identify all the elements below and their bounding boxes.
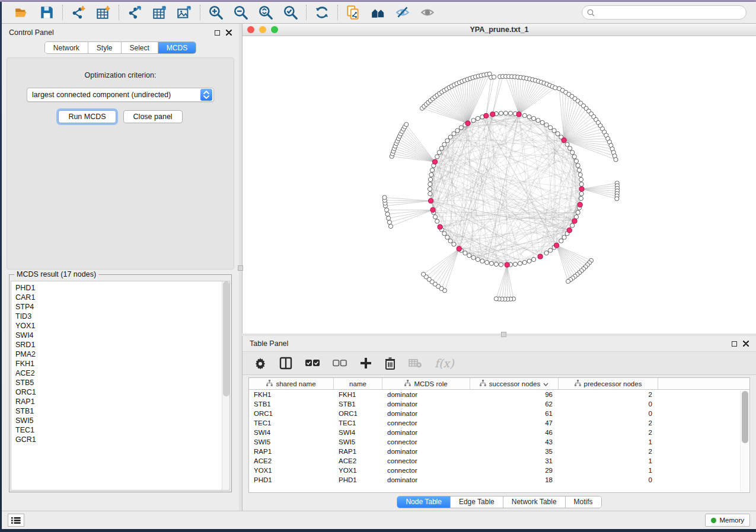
table-cell[interactable]: 29 bbox=[470, 466, 559, 475]
memory-button[interactable]: Memory bbox=[705, 514, 750, 527]
table-cell[interactable]: dominator bbox=[382, 399, 470, 409]
table-cell[interactable]: TEC1 bbox=[249, 418, 334, 428]
table-cell[interactable]: 2 bbox=[559, 447, 658, 456]
table-tab-network-table[interactable]: Network Table bbox=[503, 496, 566, 508]
new-network-from-selection-icon[interactable] bbox=[345, 4, 362, 21]
hide-selected-icon[interactable] bbox=[395, 4, 412, 21]
mcds-result-item[interactable]: TID3 bbox=[11, 312, 229, 321]
search-input[interactable] bbox=[598, 8, 741, 17]
table-settings-icon[interactable] bbox=[254, 355, 266, 371]
mcds-result-item[interactable]: RAP1 bbox=[11, 397, 229, 406]
table-cell[interactable]: FKH1 bbox=[334, 390, 382, 399]
table-cell[interactable]: dominator bbox=[382, 409, 470, 418]
select-all-icon[interactable] bbox=[305, 355, 320, 371]
float-table-panel-icon[interactable] bbox=[732, 341, 737, 347]
column-header-MCDS-role[interactable]: MCDS role bbox=[382, 378, 470, 389]
table-tab-node-table[interactable]: Node Table bbox=[397, 496, 451, 508]
table-cell[interactable]: 2 bbox=[559, 390, 658, 399]
mcds-result-item[interactable]: SWI5 bbox=[11, 416, 229, 425]
splitter-grip[interactable] bbox=[238, 265, 243, 271]
search-field[interactable] bbox=[582, 5, 747, 20]
table-cell[interactable]: 35 bbox=[470, 447, 559, 456]
table-cell[interactable]: RAP1 bbox=[334, 447, 382, 456]
tab-network[interactable]: Network bbox=[45, 42, 88, 53]
table-row[interactable]: ORC1ORC1dominator610 bbox=[249, 409, 749, 418]
apply-layout-icon[interactable] bbox=[314, 4, 330, 21]
table-cell[interactable]: PHD1 bbox=[249, 475, 334, 485]
table-cell[interactable]: 0 bbox=[559, 399, 658, 409]
zoom-selected-icon[interactable] bbox=[282, 4, 299, 21]
run-mcds-button[interactable]: Run MCDS bbox=[58, 110, 116, 123]
table-cell[interactable]: connector bbox=[382, 456, 470, 466]
table-cell[interactable]: SWI5 bbox=[249, 437, 334, 447]
column-header-successor-nodes[interactable]: successor nodes bbox=[470, 378, 559, 389]
mcds-result-item[interactable]: YOX1 bbox=[11, 321, 229, 331]
deselect-all-icon[interactable] bbox=[333, 355, 347, 371]
table-cell[interactable]: ACE2 bbox=[334, 456, 382, 466]
export-table-icon[interactable] bbox=[151, 4, 168, 21]
table-cell[interactable]: 46 bbox=[470, 428, 559, 437]
tab-mcds[interactable]: MCDS bbox=[158, 42, 196, 53]
open-file-icon[interactable] bbox=[14, 4, 30, 21]
column-header-shared-name[interactable]: shared name bbox=[249, 378, 334, 389]
table-cell[interactable]: 31 bbox=[470, 456, 559, 466]
close-panel-button[interactable]: Close panel bbox=[123, 110, 183, 123]
mcds-result-item[interactable]: SWI4 bbox=[11, 331, 229, 340]
first-neighbors-icon[interactable] bbox=[370, 4, 387, 21]
minimize-window-icon[interactable] bbox=[259, 26, 266, 33]
show-all-icon[interactable] bbox=[420, 4, 436, 21]
splitter-grip-h[interactable] bbox=[501, 332, 506, 337]
horizontal-splitter[interactable] bbox=[242, 334, 756, 336]
table-cell[interactable]: dominator bbox=[382, 390, 470, 399]
table-row[interactable]: SWI5SWI5connector431 bbox=[249, 437, 749, 447]
export-network-icon[interactable] bbox=[126, 4, 143, 21]
zoom-in-icon[interactable] bbox=[208, 4, 224, 21]
mcds-result-item[interactable]: ACE2 bbox=[11, 368, 229, 378]
save-session-icon[interactable] bbox=[39, 4, 55, 21]
table-cell[interactable]: TEC1 bbox=[334, 418, 382, 428]
table-cell[interactable]: FKH1 bbox=[249, 390, 334, 399]
table-row[interactable]: TEC1TEC1connector472 bbox=[249, 418, 749, 428]
table-cell[interactable]: 1 bbox=[559, 466, 658, 475]
show-columns-icon[interactable] bbox=[279, 355, 292, 371]
table-cell[interactable]: 62 bbox=[470, 399, 559, 409]
mcds-result-item[interactable]: ORC1 bbox=[11, 387, 229, 397]
close-window-icon[interactable] bbox=[247, 26, 254, 33]
table-scrollbar-thumb[interactable] bbox=[742, 391, 748, 443]
table-cell[interactable]: 18 bbox=[470, 475, 559, 485]
table-row[interactable]: SWI4SWI4dominator462 bbox=[249, 428, 749, 437]
table-cell[interactable]: 0 bbox=[559, 475, 658, 485]
table-cell[interactable]: connector bbox=[382, 466, 470, 475]
table-row[interactable]: YOX1YOX1connector291 bbox=[249, 466, 749, 475]
mcds-result-item[interactable]: STB1 bbox=[11, 406, 229, 416]
task-history-button[interactable] bbox=[8, 514, 24, 527]
table-cell[interactable]: ACE2 bbox=[249, 456, 334, 466]
mcds-result-item[interactable]: SRD1 bbox=[11, 340, 229, 350]
column-header-name[interactable]: name bbox=[334, 378, 382, 389]
table-cell[interactable]: dominator bbox=[382, 428, 470, 437]
mcds-result-item[interactable]: STB5 bbox=[11, 378, 229, 387]
float-panel-icon[interactable] bbox=[215, 30, 220, 36]
mcds-result-item[interactable]: PHD1 bbox=[11, 283, 229, 293]
maximize-window-icon[interactable] bbox=[271, 26, 278, 33]
zoom-fit-icon[interactable] bbox=[257, 4, 274, 21]
mcds-result-item[interactable]: PMA2 bbox=[11, 350, 229, 359]
table-cell[interactable]: STB1 bbox=[249, 399, 334, 409]
vertical-splitter[interactable] bbox=[239, 24, 242, 511]
table-cell[interactable]: dominator bbox=[382, 475, 470, 485]
mcds-list-scrollbar[interactable] bbox=[222, 281, 229, 490]
import-network-icon[interactable] bbox=[70, 4, 87, 21]
zoom-out-icon[interactable] bbox=[232, 4, 249, 21]
mcds-result-item[interactable]: GCR1 bbox=[11, 435, 229, 444]
table-cell[interactable]: dominator bbox=[382, 447, 470, 456]
table-cell[interactable]: RAP1 bbox=[249, 447, 334, 456]
column-header-predecessor-nodes[interactable]: predecessor nodes bbox=[559, 378, 658, 389]
table-cell[interactable]: 2 bbox=[559, 428, 658, 437]
table-cell[interactable]: 96 bbox=[470, 390, 559, 399]
table-tab-edge-table[interactable]: Edge Table bbox=[451, 496, 503, 508]
table-cell[interactable]: 0 bbox=[559, 409, 658, 418]
table-row[interactable]: ACE2ACE2connector311 bbox=[249, 456, 749, 466]
table-row[interactable]: FKH1FKH1dominator962 bbox=[249, 390, 749, 399]
table-cell[interactable]: connector bbox=[382, 418, 470, 428]
table-cell[interactable]: YOX1 bbox=[249, 466, 334, 475]
